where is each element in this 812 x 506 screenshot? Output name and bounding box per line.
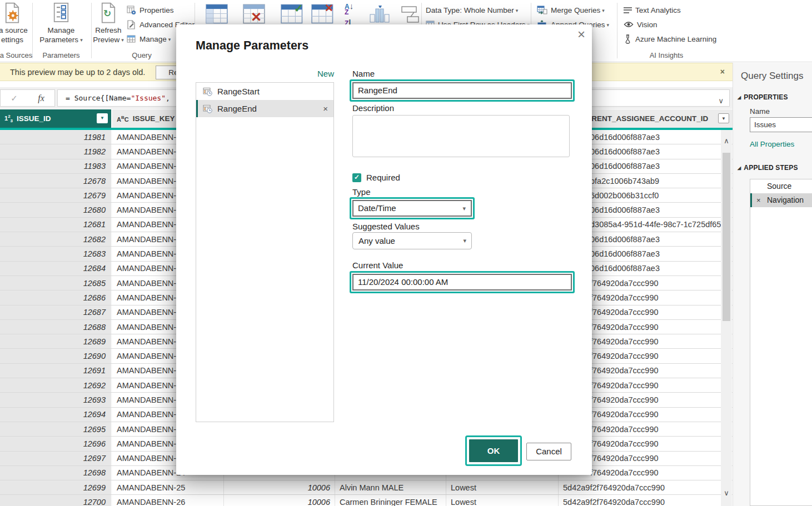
cell-issue-id[interactable]: 11981 <box>0 130 112 144</box>
ribbon-divider <box>617 3 617 58</box>
cell-issue-id[interactable]: 12692 <box>0 378 112 392</box>
merge-queries-button[interactable]: Merge Queries <box>537 3 605 17</box>
parameter-form: Name RangeEnd Description Required Type … <box>352 24 575 475</box>
cell-issue-id[interactable]: 12682 <box>0 232 112 246</box>
formula-expand-icon[interactable]: ∨ <box>718 93 724 109</box>
split-column-icon <box>368 4 391 24</box>
sort-ascending-button[interactable]: A↓ Z <box>345 3 353 15</box>
parameter-list: RangeStartRangeEnd× <box>196 82 334 422</box>
split-column-button[interactable] <box>368 4 391 24</box>
query-settings-panel: Query Settings ◢PROPERTIES Name Issues A… <box>733 63 812 506</box>
group-by-icon <box>397 6 421 24</box>
parameter-item-rangestart[interactable]: RangeStart <box>196 83 333 100</box>
type-dropdown[interactable]: Date/Time▾ <box>352 200 472 217</box>
suggested-values-dropdown[interactable]: Any value▾ <box>352 232 472 249</box>
cell-hidden-2[interactable]: Alvin Mann MALE <box>335 480 446 494</box>
cell-issue-id[interactable]: 12693 <box>0 393 112 407</box>
vertical-scrollbar[interactable]: ∧ ∨ <box>721 130 732 506</box>
current-value-input[interactable]: 11/20/2024 00:00:00 AM <box>352 274 572 290</box>
commit-check-icon[interactable]: ✓ <box>11 93 18 103</box>
properties-icon <box>127 6 136 15</box>
all-properties-link[interactable]: All Properties <box>750 140 794 148</box>
cell-issue-id[interactable]: 12699 <box>0 480 112 494</box>
cell-issue-id[interactable]: 12687 <box>0 305 112 319</box>
cell-issue-id[interactable]: 12688 <box>0 320 112 334</box>
preview-warning-message: This preview may be up to 2 days old. <box>10 68 145 77</box>
cell-issue-id[interactable]: 12681 <box>0 218 112 232</box>
cell-issue-id[interactable]: 12686 <box>0 290 112 304</box>
manage-parameters-button[interactable]: Manage Parameters <box>38 2 84 45</box>
cell-issue-id[interactable]: 12685 <box>0 276 112 290</box>
query-name-input[interactable]: Issues <box>750 117 812 132</box>
cell-issue-id[interactable]: 11983 <box>0 159 112 173</box>
refresh-preview-button[interactable]: ↻ Refresh Preview <box>92 2 124 45</box>
warning-close-icon[interactable]: × <box>720 67 725 76</box>
cell-issue-id[interactable]: 12679 <box>0 188 112 202</box>
cell-issue-id[interactable]: 11982 <box>0 144 112 158</box>
properties-section-header[interactable]: ◢PROPERTIES <box>738 93 788 101</box>
cell-issue-id[interactable]: 12684 <box>0 262 112 275</box>
applied-step-navigation[interactable]: ×Navigation <box>750 193 812 207</box>
remove-rows-x-glyph: ✕ <box>325 2 333 14</box>
cell-assignee-account[interactable]: 5d42a9f2f764920da7ccc990 <box>559 480 733 494</box>
cell-hidden-3[interactable]: Lowest <box>446 495 559 506</box>
assignee-account-filter-icon[interactable]: ▼ <box>718 113 729 123</box>
azure-ml-button[interactable]: Azure Machine Learning <box>624 32 716 46</box>
required-checkbox[interactable] <box>352 173 361 182</box>
cell-hidden-1[interactable]: 10006 <box>224 495 335 506</box>
scroll-down-icon[interactable]: ∨ <box>721 489 732 497</box>
cell-issue-id[interactable]: 12698 <box>0 466 112 480</box>
cell-issue-key[interactable]: AMANDABENN-25 <box>112 480 224 494</box>
data-source-settings-icon <box>4 2 21 23</box>
azure-ml-icon <box>624 34 632 44</box>
text-type-icon: ABC <box>117 115 129 123</box>
parameter-name-input[interactable]: RangeEnd <box>352 82 572 99</box>
keep-rows-button[interactable]: ✓ <box>281 3 305 25</box>
cell-issue-id[interactable]: 12691 <box>0 364 112 378</box>
parameter-item-rangeend[interactable]: RangeEnd× <box>196 100 333 117</box>
manage-button[interactable]: Manage <box>127 32 171 46</box>
cell-issue-id[interactable]: 12683 <box>0 247 112 260</box>
new-parameter-link[interactable]: New <box>196 69 334 78</box>
cell-issue-id[interactable]: 12700 <box>0 495 112 506</box>
cell-issue-key[interactable]: AMANDABENN-26 <box>112 495 224 506</box>
cell-issue-id[interactable]: 12689 <box>0 334 112 348</box>
applied-step-source[interactable]: Source <box>750 179 812 193</box>
cell-assignee-account[interactable]: 5d42a9f2f764920da7ccc990 <box>559 495 733 506</box>
cell-issue-id[interactable]: 12690 <box>0 349 112 363</box>
delete-parameter-icon[interactable]: × <box>323 104 328 113</box>
scroll-up-icon[interactable]: ∧ <box>721 137 732 145</box>
merge-queries-label: Merge Queries <box>551 6 605 14</box>
cell-issue-id[interactable]: 12697 <box>0 452 112 465</box>
parameter-icon <box>203 104 212 113</box>
group-by-button[interactable] <box>397 6 421 24</box>
cell-issue-id[interactable]: 12678 <box>0 174 112 188</box>
collapse-triangle-icon: ◢ <box>738 166 741 171</box>
cell-hidden-1[interactable]: 10006 <box>224 480 335 494</box>
column-header-issue-id[interactable]: 123 ISSUE_ID ▼ <box>0 109 112 128</box>
cell-issue-id[interactable]: 12680 <box>0 203 112 217</box>
cancel-button[interactable]: Cancel <box>526 443 571 460</box>
cell-issue-id[interactable]: 12696 <box>0 437 112 450</box>
delete-step-icon[interactable]: × <box>756 193 761 207</box>
vision-label: Vision <box>637 21 657 29</box>
cell-hidden-2[interactable]: Carmen Brininger FEMALE <box>335 495 446 506</box>
data-type-button[interactable]: Data Type: Whole Number <box>426 3 518 17</box>
applied-steps-section-header[interactable]: ◢APPLIED STEPS <box>738 164 798 172</box>
description-textarea[interactable] <box>352 115 570 157</box>
scrollbar-thumb[interactable] <box>723 153 730 321</box>
data-source-settings-button[interactable]: ta source ettings <box>0 2 32 44</box>
remove-columns-button[interactable]: ✕ <box>243 3 265 25</box>
cell-hidden-3[interactable]: Lowest <box>446 480 559 494</box>
issue-id-filter-icon[interactable]: ▼ <box>97 113 108 123</box>
cell-issue-id[interactable]: 12695 <box>0 422 112 436</box>
cell-issue-id[interactable]: 12694 <box>0 408 112 422</box>
text-analytics-button[interactable]: Text Analytics <box>624 3 681 17</box>
formula-bar-actions: ✓ fx <box>0 89 55 107</box>
properties-button[interactable]: Properties <box>127 3 174 17</box>
vision-button[interactable]: Vision <box>624 18 657 31</box>
remove-rows-button[interactable]: ✕ <box>311 3 336 25</box>
dialog-close-icon[interactable]: × <box>577 27 585 42</box>
ok-button[interactable]: OK <box>469 439 518 462</box>
choose-columns-button[interactable] <box>206 3 228 25</box>
